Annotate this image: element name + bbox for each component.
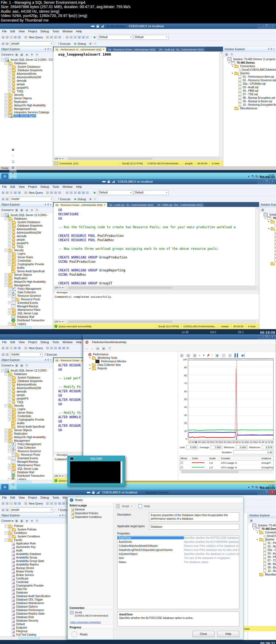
expand-icon[interactable]: + [8, 457, 11, 460]
hscroll-right-icon[interactable]: › [221, 157, 222, 160]
view-current-activity-icon[interactable]: ▥ [180, 353, 184, 357]
taskbar-folder-icon[interactable]: ❏ [9, 158, 16, 164]
pin-icon[interactable] [102, 181, 106, 182]
collapse-icon[interactable]: ▾ [267, 220, 270, 223]
close-button[interactable]: × [270, 335, 275, 339]
new-mdx-query-icon[interactable]: ▤ [54, 190, 58, 195]
redo-icon[interactable]: ▤ [81, 35, 85, 39]
expand-icon[interactable]: + [8, 308, 11, 311]
connect-server-icon[interactable]: ▣ [15, 363, 19, 367]
tree-item[interactable]: 08 - Backup Encryption.sql [248, 562, 276, 566]
menu-item-window[interactable]: Window [63, 185, 73, 188]
parse-icon[interactable]: ✓ [93, 42, 97, 46]
tree-item[interactable]: −Resource Governor [0, 294, 53, 298]
zoom-level[interactable]: 100 % [54, 286, 61, 289]
expand-icon[interactable]: + [8, 411, 11, 414]
tree-item[interactable]: +Policy Management [0, 287, 53, 291]
tree-item[interactable]: Cryptographic Provider [0, 584, 67, 587]
tree-item[interactable]: 10 - Restoring Encrypted Backu [259, 258, 276, 262]
zoom-dropdown-icon[interactable]: ▾ [62, 157, 64, 160]
new-connection-icon[interactable]: ▤ [1, 35, 5, 39]
freeze-display-icon[interactable]: ▌▌ [234, 353, 239, 357]
pane-pin-icon[interactable]: ⚲ [47, 203, 49, 206]
connect-button[interactable]: Connect ▾ [1, 209, 13, 212]
tree-item[interactable]: +Server Objects [0, 273, 53, 277]
collapse-icon[interactable]: ▾ [267, 227, 270, 230]
tree-item[interactable]: +Credentials [0, 414, 53, 418]
ide-icon[interactable]: ▤ [85, 35, 89, 39]
tree-item[interactable]: +System Databases [0, 220, 53, 224]
title-bar[interactable]: COEOLABCX on localhost Database Perform … [0, 490, 276, 495]
tree-item[interactable]: −Databases [0, 217, 53, 220]
collapse-icon[interactable]: ▾ [231, 65, 234, 67]
expand-icon[interactable]: + [5, 277, 8, 280]
tree-item[interactable]: 10 - Restoring Encrypted Backu [248, 569, 276, 573]
expand-icon[interactable]: + [8, 72, 11, 75]
collapse-icon[interactable]: ▾ [256, 531, 258, 534]
open-folder-icon[interactable]: ▤ [9, 346, 13, 350]
tray-flag-icon[interactable]: ⚑ [251, 175, 254, 178]
tree-item[interactable]: Solution '70-465 Demos' (1 project) [223, 57, 276, 61]
new-connection-icon[interactable]: ▤ [1, 501, 5, 505]
save-all-icon[interactable]: ▤ [17, 35, 21, 39]
editor-tab[interactable]: 03 - Audit.sql - (lo...\Administrator (6… [108, 203, 155, 207]
tree-item[interactable]: 02a - CPUKiller.sql [223, 82, 276, 86]
expand-icon[interactable]: + [5, 280, 8, 283]
sqlcmd-title-bar[interactable]: SQLCMD [68, 456, 125, 461]
tree-item[interactable]: +Data Collection [0, 446, 53, 449]
ide-icon[interactable]: ▤ [85, 190, 89, 195]
home-icon[interactable]: ▦ [249, 519, 253, 523]
tree-item[interactable]: ▾Queries [223, 71, 276, 75]
new-connection-icon[interactable]: ▤ [1, 346, 5, 350]
undo-icon[interactable]: ▤ [58, 501, 62, 505]
tree-item[interactable]: 04 - PBM.sql [223, 89, 276, 93]
tree-item[interactable]: +AdventureWorks [0, 72, 53, 76]
redo-icon[interactable]: ▤ [62, 346, 66, 350]
menu-item-project[interactable]: Project [28, 185, 37, 188]
debug-target-combo[interactable]: Default▾ [98, 190, 133, 195]
play-icon[interactable]: ▶ [93, 190, 97, 195]
tree-item[interactable]: ▾Connections [223, 64, 276, 68]
connect-server-icon[interactable]: ▣ [15, 519, 19, 523]
pane-pin-icon[interactable]: ⚲ [62, 514, 64, 517]
expand-icon[interactable]: + [8, 322, 11, 325]
expand-icon[interactable]: + [8, 401, 11, 404]
solution-explorer-header[interactable]: Solution Explorer▾⚲× [223, 47, 276, 52]
tree-item[interactable]: (local):COEOLABCX\Administra [259, 223, 276, 227]
solution-explorer-header[interactable]: Solution Explorer [248, 513, 276, 518]
collapse-icon[interactable]: − [5, 404, 8, 407]
restore-button[interactable]: ❐ [264, 180, 269, 184]
zoom-dropdown-icon[interactable]: ▾ [62, 286, 64, 289]
tree-item[interactable]: Asymmetric Key [0, 545, 67, 549]
copy-icon[interactable]: ▤ [69, 35, 73, 39]
tree-item[interactable]: Full Text Catalog [0, 633, 67, 636]
collapse-icon[interactable]: − [5, 531, 8, 534]
cut-icon[interactable]: ▤ [65, 35, 69, 39]
tree-item[interactable]: −Databases [0, 372, 53, 376]
debug-target-combo[interactable]: Default▾ [98, 35, 133, 40]
query-editor[interactable]: GORECONFIGUREGO -- Run the following cod… [53, 207, 259, 285]
paste-icon[interactable]: ▤ [54, 346, 58, 350]
tree-item[interactable]: +AlwaysOn High Availability [0, 104, 53, 107]
cut-icon[interactable]: ▤ [65, 190, 69, 195]
tree-item[interactable]: +SQL Server Logs [0, 312, 53, 315]
expand-icon[interactable]: + [8, 397, 11, 400]
expand-icon[interactable]: + [8, 446, 11, 449]
refresh-icon[interactable]: ↻ [25, 363, 29, 367]
expand-icon[interactable]: + [8, 408, 11, 411]
refresh-icon[interactable]: ↻ [35, 208, 39, 212]
messages-hscrollbar[interactable] [66, 320, 256, 323]
redo-icon[interactable]: ▤ [62, 501, 66, 505]
tree-item[interactable]: +AdventureWorksDW [0, 231, 53, 234]
menu-item-tools[interactable]: Tools [52, 340, 59, 344]
expand-icon[interactable]: + [8, 228, 11, 231]
tree-item[interactable]: Database Mail [0, 315, 53, 319]
available-db-icon[interactable]: ▤ [5, 508, 9, 512]
checkbox-icon[interactable]: ✓ [181, 462, 183, 464]
execute-button[interactable]: !Execute [43, 352, 58, 357]
property-row[interactable]: IsSystemObjectSpecifies whether the data… [118, 552, 239, 556]
tree-item[interactable]: −Conditions [0, 531, 67, 535]
highlight-icon[interactable]: ∕ [212, 353, 213, 357]
menu-item-debug[interactable]: Debug [40, 30, 49, 33]
new-mdx-query-icon[interactable]: ▤ [54, 35, 58, 39]
